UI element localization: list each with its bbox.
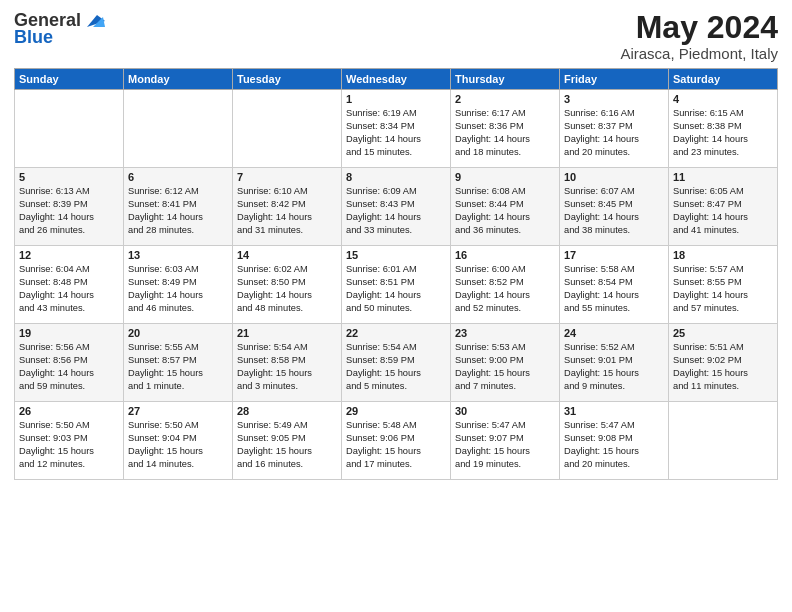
cell-line: Sunrise: 6:15 AM [673, 108, 744, 118]
cell-content: Sunrise: 5:57 AMSunset: 8:55 PMDaylight:… [673, 263, 773, 315]
table-row: 29Sunrise: 5:48 AMSunset: 9:06 PMDayligh… [342, 402, 451, 480]
day-number: 19 [19, 327, 119, 339]
cell-line: and 20 minutes. [564, 147, 630, 157]
table-row: 30Sunrise: 5:47 AMSunset: 9:07 PMDayligh… [451, 402, 560, 480]
cell-content: Sunrise: 6:19 AMSunset: 8:34 PMDaylight:… [346, 107, 446, 159]
calendar: Sunday Monday Tuesday Wednesday Thursday… [14, 68, 778, 480]
day-number: 10 [564, 171, 664, 183]
cell-line: and 11 minutes. [673, 381, 739, 391]
cell-line: Sunrise: 6:05 AM [673, 186, 744, 196]
cell-line: and 57 minutes. [673, 303, 739, 313]
cell-content: Sunrise: 5:50 AMSunset: 9:03 PMDaylight:… [19, 419, 119, 471]
cell-line: and 46 minutes. [128, 303, 194, 313]
table-row: 18Sunrise: 5:57 AMSunset: 8:55 PMDayligh… [669, 246, 778, 324]
cell-content: Sunrise: 5:55 AMSunset: 8:57 PMDaylight:… [128, 341, 228, 393]
day-number: 11 [673, 171, 773, 183]
table-row: 1Sunrise: 6:19 AMSunset: 8:34 PMDaylight… [342, 90, 451, 168]
cell-line: Sunrise: 6:16 AM [564, 108, 635, 118]
day-number: 27 [128, 405, 228, 417]
cell-line: and 43 minutes. [19, 303, 85, 313]
cell-line: and 36 minutes. [455, 225, 521, 235]
month-title: May 2024 [620, 10, 778, 45]
cell-line: Sunset: 8:50 PM [237, 277, 306, 287]
cell-line: and 33 minutes. [346, 225, 412, 235]
cell-line: and 38 minutes. [564, 225, 630, 235]
table-row: 27Sunrise: 5:50 AMSunset: 9:04 PMDayligh… [124, 402, 233, 480]
table-row: 25Sunrise: 5:51 AMSunset: 9:02 PMDayligh… [669, 324, 778, 402]
cell-line: Sunset: 8:56 PM [19, 355, 88, 365]
day-number: 1 [346, 93, 446, 105]
cell-line: Sunset: 8:42 PM [237, 199, 306, 209]
cell-line: Sunset: 8:52 PM [455, 277, 524, 287]
cell-line: Sunrise: 5:55 AM [128, 342, 199, 352]
cell-line: and 14 minutes. [128, 459, 194, 469]
cell-line: Sunrise: 6:03 AM [128, 264, 199, 274]
cell-line: Sunset: 9:04 PM [128, 433, 197, 443]
cell-line: and 52 minutes. [455, 303, 521, 313]
day-number: 7 [237, 171, 337, 183]
cell-line: Sunrise: 6:00 AM [455, 264, 526, 274]
cell-line: Sunrise: 6:07 AM [564, 186, 635, 196]
table-row: 26Sunrise: 5:50 AMSunset: 9:03 PMDayligh… [15, 402, 124, 480]
table-row: 21Sunrise: 5:54 AMSunset: 8:58 PMDayligh… [233, 324, 342, 402]
col-thursday: Thursday [451, 69, 560, 90]
cell-line: Daylight: 14 hours [346, 134, 421, 144]
table-row: 23Sunrise: 5:53 AMSunset: 9:00 PMDayligh… [451, 324, 560, 402]
table-row: 11Sunrise: 6:05 AMSunset: 8:47 PMDayligh… [669, 168, 778, 246]
cell-line: Daylight: 14 hours [237, 290, 312, 300]
cell-line: Daylight: 15 hours [237, 368, 312, 378]
cell-line: Daylight: 15 hours [237, 446, 312, 456]
cell-line: and 55 minutes. [564, 303, 630, 313]
table-row: 9Sunrise: 6:08 AMSunset: 8:44 PMDaylight… [451, 168, 560, 246]
day-number: 6 [128, 171, 228, 183]
cell-line: Sunset: 8:59 PM [346, 355, 415, 365]
cell-line: Sunrise: 6:13 AM [19, 186, 90, 196]
logo: General Blue [14, 10, 105, 48]
cell-line: Daylight: 15 hours [128, 446, 203, 456]
cell-line: and 50 minutes. [346, 303, 412, 313]
day-number: 20 [128, 327, 228, 339]
cell-line: Sunrise: 5:57 AM [673, 264, 744, 274]
cell-line: Sunset: 8:38 PM [673, 121, 742, 131]
cell-line: Sunrise: 6:19 AM [346, 108, 417, 118]
location-title: Airasca, Piedmont, Italy [620, 45, 778, 62]
logo-icon [83, 13, 105, 29]
table-row: 8Sunrise: 6:09 AMSunset: 8:43 PMDaylight… [342, 168, 451, 246]
cell-line: Daylight: 14 hours [128, 290, 203, 300]
cell-content: Sunrise: 5:56 AMSunset: 8:56 PMDaylight:… [19, 341, 119, 393]
day-number: 9 [455, 171, 555, 183]
cell-line: Sunrise: 5:54 AM [346, 342, 417, 352]
table-row: 22Sunrise: 5:54 AMSunset: 8:59 PMDayligh… [342, 324, 451, 402]
cell-line: Sunset: 8:34 PM [346, 121, 415, 131]
day-number: 18 [673, 249, 773, 261]
day-number: 13 [128, 249, 228, 261]
table-row: 3Sunrise: 6:16 AMSunset: 8:37 PMDaylight… [560, 90, 669, 168]
cell-content: Sunrise: 6:07 AMSunset: 8:45 PMDaylight:… [564, 185, 664, 237]
cell-line: Daylight: 15 hours [455, 446, 530, 456]
cell-line: Daylight: 14 hours [673, 212, 748, 222]
cell-line: Sunrise: 5:47 AM [564, 420, 635, 430]
header: General Blue May 2024 Airasca, Piedmont,… [14, 10, 778, 62]
cell-content: Sunrise: 5:53 AMSunset: 9:00 PMDaylight:… [455, 341, 555, 393]
cell-line: Sunset: 8:43 PM [346, 199, 415, 209]
cell-line: Daylight: 15 hours [128, 368, 203, 378]
col-tuesday: Tuesday [233, 69, 342, 90]
cell-content: Sunrise: 5:50 AMSunset: 9:04 PMDaylight:… [128, 419, 228, 471]
col-monday: Monday [124, 69, 233, 90]
cell-line: Daylight: 15 hours [564, 368, 639, 378]
day-number: 2 [455, 93, 555, 105]
cell-line: Sunset: 9:06 PM [346, 433, 415, 443]
table-row: 12Sunrise: 6:04 AMSunset: 8:48 PMDayligh… [15, 246, 124, 324]
table-row: 6Sunrise: 6:12 AMSunset: 8:41 PMDaylight… [124, 168, 233, 246]
calendar-week-row: 1Sunrise: 6:19 AMSunset: 8:34 PMDaylight… [15, 90, 778, 168]
page: General Blue May 2024 Airasca, Piedmont,… [0, 0, 792, 612]
day-number: 17 [564, 249, 664, 261]
table-row: 31Sunrise: 5:47 AMSunset: 9:08 PMDayligh… [560, 402, 669, 480]
cell-line: and 48 minutes. [237, 303, 303, 313]
cell-line: Sunset: 9:08 PM [564, 433, 633, 443]
cell-line: Sunset: 9:05 PM [237, 433, 306, 443]
cell-line: Sunset: 8:47 PM [673, 199, 742, 209]
cell-content: Sunrise: 6:04 AMSunset: 8:48 PMDaylight:… [19, 263, 119, 315]
cell-content: Sunrise: 5:52 AMSunset: 9:01 PMDaylight:… [564, 341, 664, 393]
cell-line: Sunrise: 5:50 AM [128, 420, 199, 430]
